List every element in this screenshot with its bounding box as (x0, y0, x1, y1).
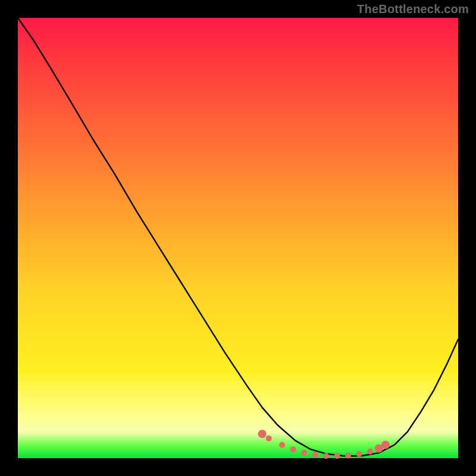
curve-marker (356, 451, 362, 457)
curve-marker (323, 453, 329, 459)
chart-frame: TheBottleneck.com (0, 0, 476, 476)
curve-marker (290, 446, 296, 452)
curve-marker (345, 453, 351, 459)
curve-marker (334, 453, 340, 459)
curve-marker (279, 442, 285, 448)
curve-marker (301, 450, 307, 456)
bottleneck-curve (18, 18, 458, 456)
curve-marker (258, 430, 267, 438)
curve-marker (312, 452, 318, 458)
curve-marker (266, 436, 272, 441)
curve-marker (381, 441, 390, 449)
plot-area (18, 18, 458, 458)
watermark-text: TheBottleneck.com (357, 2, 469, 16)
curve-svg (18, 18, 458, 458)
curve-marker (367, 449, 373, 455)
